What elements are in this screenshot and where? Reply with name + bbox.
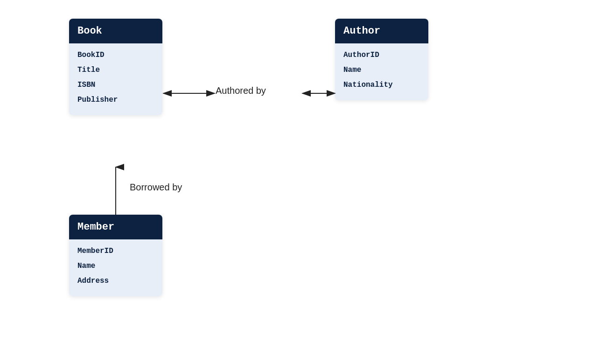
member-field-memberid: MemberID (77, 247, 154, 255)
author-entity-header: Author (335, 19, 428, 43)
author-field-authorid: AuthorID (343, 51, 420, 59)
borrowed-by-label: Borrowed by (130, 182, 182, 193)
authored-by-label: Authored by (216, 85, 266, 96)
author-entity-body: AuthorID Name Nationality (335, 43, 428, 100)
member-field-address: Address (77, 277, 154, 285)
book-field-bookid: BookID (77, 51, 154, 59)
author-field-nationality: Nationality (343, 81, 420, 89)
book-entity-body: BookID Title ISBN Publisher (69, 43, 162, 115)
book-field-title: Title (77, 66, 154, 74)
book-field-isbn: ISBN (77, 81, 154, 89)
member-entity-header: Member (69, 215, 162, 239)
diagram-container: Book BookID Title ISBN Publisher Author … (0, 0, 601, 364)
member-entity-body: MemberID Name Address (69, 239, 162, 296)
author-entity: Author AuthorID Name Nationality (335, 19, 428, 100)
member-field-name: Name (77, 262, 154, 270)
author-field-name: Name (343, 66, 420, 74)
member-entity: Member MemberID Name Address (69, 215, 162, 296)
book-field-publisher: Publisher (77, 96, 154, 104)
book-entity: Book BookID Title ISBN Publisher (69, 19, 162, 115)
book-entity-header: Book (69, 19, 162, 43)
